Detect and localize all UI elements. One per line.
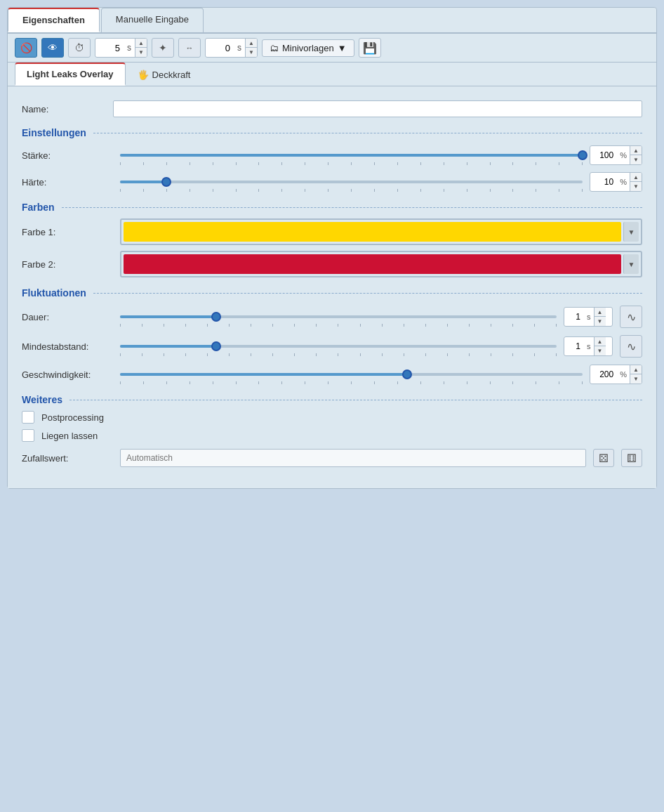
mindestabstand-label: Mindestabstand: xyxy=(22,341,113,352)
farbe2-picker[interactable]: ▼ xyxy=(120,251,642,277)
transform-btn[interactable]: ✦ xyxy=(152,38,174,58)
farbe1-label: Farbe 1: xyxy=(22,227,113,237)
haerte-fill xyxy=(120,181,166,183)
haerte-spinner: % ▲ ▼ xyxy=(590,172,642,192)
mindestabstand-ticks xyxy=(120,353,557,356)
visibility-btn-2[interactable]: 👁 xyxy=(41,38,64,58)
eye-slash-icon: 🚫 xyxy=(20,42,32,53)
haerte-label: Härte: xyxy=(22,177,113,188)
dauer-wave-btn[interactable]: ∿ xyxy=(620,306,642,328)
offset-input[interactable]: 0 xyxy=(206,41,234,55)
dauer-arrows: ▲ ▼ xyxy=(594,308,606,326)
staerke-down[interactable]: ▼ xyxy=(630,155,642,164)
mindestabstand-fill xyxy=(120,345,216,348)
tab-eigenschaften[interactable]: Eigenschaften xyxy=(8,8,100,32)
farbe1-dropdown-btn[interactable]: ▼ xyxy=(623,222,639,242)
geschwindigkeit-up[interactable]: ▲ xyxy=(630,365,642,374)
haerte-slider-wrap[interactable] xyxy=(120,175,583,189)
duration-arrows: ▲ ▼ xyxy=(135,39,147,57)
minivorlagen-btn[interactable]: 🗂 Minivorlagen ▼ xyxy=(262,39,354,57)
farbe2-swatch[interactable] xyxy=(124,254,621,274)
visibility-btn-1[interactable]: 🚫 xyxy=(15,38,37,58)
duration-down[interactable]: ▼ xyxy=(135,48,147,57)
content-area: Name: Einstellungen Stärke: xyxy=(8,86,656,488)
liegen-lassen-checkbox[interactable] xyxy=(22,429,34,442)
dauer-unit: s xyxy=(584,313,594,321)
geschwindigkeit-spinner: % ▲ ▼ xyxy=(590,365,642,384)
geschwindigkeit-down[interactable]: ▼ xyxy=(630,374,642,384)
dice-btn-2[interactable]: ⚅ xyxy=(621,449,642,467)
dauer-up[interactable]: ▲ xyxy=(595,308,606,317)
geschwindigkeit-track xyxy=(120,373,583,376)
dice-icon-1: ⚄ xyxy=(599,452,609,465)
duration-spinner: 5 s ▲ ▼ xyxy=(95,38,147,58)
haerte-arrows: ▲ ▼ xyxy=(630,173,642,191)
staerke-row: Stärke: % xyxy=(22,145,642,165)
mindestabstand-input[interactable] xyxy=(564,339,584,353)
staerke-input[interactable] xyxy=(590,148,617,162)
farbe1-picker[interactable]: ▼ xyxy=(120,218,642,245)
staerke-track xyxy=(120,154,583,157)
geschwindigkeit-fill xyxy=(120,373,407,376)
dauer-fill xyxy=(120,315,216,318)
toolbar: 🚫 👁 ⏱ 5 s ▲ ▼ ✦ ↔ 0 s ▲ ▼ xyxy=(8,34,656,63)
tab-manuelle-eingabe[interactable]: Manuelle Eingabe xyxy=(101,8,204,32)
mindestabstand-row: Mindestabstand: xyxy=(22,335,642,358)
save-icon: 💾 xyxy=(363,41,377,55)
mindestabstand-thumb[interactable] xyxy=(211,341,221,351)
offset-up[interactable]: ▲ xyxy=(246,39,257,48)
geschwindigkeit-thumb[interactable] xyxy=(402,369,412,379)
weiteres-header: Weiteres xyxy=(22,394,642,405)
name-input[interactable] xyxy=(113,100,642,117)
farbe1-row: Farbe 1: ▼ xyxy=(22,218,642,245)
clock-btn[interactable]: ⏱ xyxy=(68,38,91,58)
staerke-thumb[interactable] xyxy=(578,150,587,160)
postprocessing-checkbox[interactable] xyxy=(22,411,34,424)
geschwindigkeit-label: Geschwindigkeit: xyxy=(22,369,113,380)
duration-input[interactable]: 5 xyxy=(95,41,124,55)
wave-icon-2: ∿ xyxy=(627,340,636,353)
staerke-label: Stärke: xyxy=(22,150,113,161)
fluktuationen-header: Fluktuationen xyxy=(22,287,642,299)
mindestabstand-slider-wrap[interactable] xyxy=(120,339,557,353)
dauer-thumb[interactable] xyxy=(211,312,221,322)
top-tab-bar: Eigenschaften Manuelle Eingabe xyxy=(8,8,656,34)
tab-light-leaks[interactable]: Light Leaks Overlay xyxy=(15,63,126,86)
staerke-slider-wrap[interactable] xyxy=(120,148,583,162)
geschwindigkeit-input[interactable] xyxy=(590,367,617,381)
staerke-unit: % xyxy=(617,151,630,159)
dice-btn-1[interactable]: ⚄ xyxy=(593,449,614,467)
zufallswert-label: Zufallswert: xyxy=(22,453,113,464)
mindestabstand-unit: s xyxy=(584,342,594,351)
farbe2-dropdown-btn[interactable]: ▼ xyxy=(623,254,639,274)
geschwindigkeit-arrows: ▲ ▼ xyxy=(630,365,642,384)
dauer-input[interactable] xyxy=(564,310,584,324)
offset-down[interactable]: ▼ xyxy=(246,48,257,57)
zufallswert-input[interactable] xyxy=(120,449,586,467)
name-label: Name: xyxy=(22,104,113,114)
duration-up[interactable]: ▲ xyxy=(135,39,147,48)
dauer-down[interactable]: ▼ xyxy=(595,317,606,326)
mindestabstand-down[interactable]: ▼ xyxy=(595,346,606,355)
save-btn[interactable]: 💾 xyxy=(359,38,381,58)
geschwindigkeit-slider-wrap[interactable] xyxy=(120,367,583,381)
farbe1-swatch[interactable] xyxy=(124,222,621,242)
dauer-slider-wrap[interactable] xyxy=(120,310,557,324)
minivorlagen-label: Minivorlagen xyxy=(282,43,334,53)
main-panel: Eigenschaften Manuelle Eingabe 🚫 👁 ⏱ 5 s… xyxy=(7,7,657,489)
haerte-input[interactable] xyxy=(590,175,617,189)
mindestabstand-wave-btn[interactable]: ∿ xyxy=(620,335,642,358)
haerte-up[interactable]: ▲ xyxy=(630,173,642,182)
dauer-ticks xyxy=(120,324,557,327)
dice-icon-2: ⚅ xyxy=(627,452,637,465)
offset-spinner: 0 s ▲ ▼ xyxy=(205,38,258,58)
haerte-down[interactable]: ▼ xyxy=(630,182,642,191)
staerke-up[interactable]: ▲ xyxy=(630,146,642,155)
tab-deckkraft[interactable]: 🖐 Deckkraft xyxy=(126,63,203,86)
mindestabstand-up[interactable]: ▲ xyxy=(595,337,606,346)
haerte-thumb[interactable] xyxy=(161,177,171,187)
liegen-lassen-row: Liegen lassen xyxy=(22,429,642,442)
hand-icon: 🖐 xyxy=(138,70,149,80)
haerte-row: Härte: % xyxy=(22,172,642,192)
dauer-row: Dauer: s xyxy=(22,306,642,328)
